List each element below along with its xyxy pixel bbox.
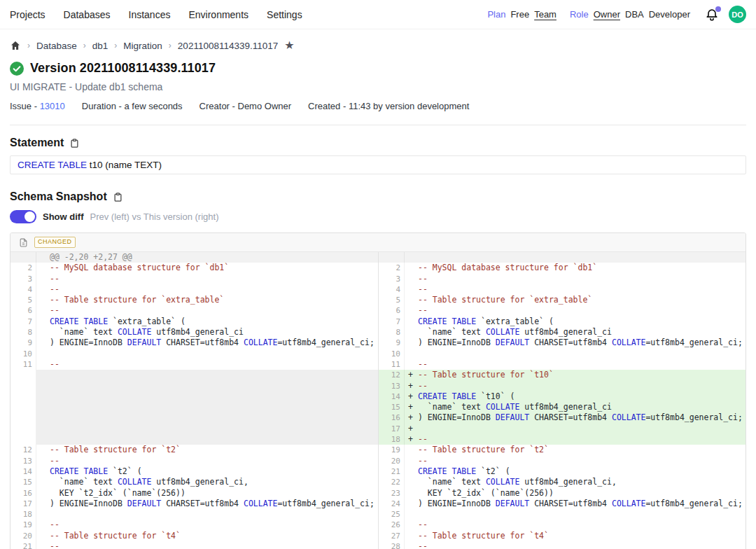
diff-row: 23 KEY `t2_idx` (`name`(256)) — [379, 488, 746, 499]
copy-statement-button[interactable] — [69, 138, 80, 148]
nav-databases[interactable]: Databases — [64, 9, 111, 20]
line-code: + — [405, 424, 746, 434]
line-code — [36, 424, 378, 434]
line-code: -- — [36, 305, 378, 316]
line-number — [10, 381, 36, 391]
line-code: CREATE TABLE `extra_table` ( — [36, 317, 378, 327]
issue-label: Issue - — [10, 101, 37, 111]
diff-hunk-row — [379, 252, 746, 263]
star-icon[interactable]: ★ — [284, 40, 294, 51]
top-nav: Projects Databases Instances Environment… — [0, 0, 756, 29]
line-code: -- Table structure for `t4` — [405, 531, 746, 541]
diff-row: 17) ENGINE=InnoDB DEFAULT CHARSET=utf8mb… — [10, 499, 378, 509]
line-code: -- — [405, 359, 746, 370]
line-number: 11 — [379, 359, 405, 370]
meta-issue: Issue - 13010 — [10, 101, 65, 111]
role-dba[interactable]: DBA — [625, 9, 644, 20]
line-code: KEY `t2_idx` (`name`(256)) — [36, 488, 378, 499]
diff-row: 4-- — [379, 284, 746, 295]
show-diff-hint: Prev (left) vs This version (right) — [90, 211, 219, 222]
line-code: KEY `t2_idx` (`name`(256)) — [405, 488, 746, 499]
statement-section-header: Statement — [10, 137, 746, 149]
show-diff-toggle[interactable] — [10, 210, 36, 223]
diff-row: 16 KEY `t2_idx` (`name`(256)) — [10, 488, 378, 499]
avatar[interactable]: DO — [729, 6, 746, 23]
diff-gap-row — [10, 412, 378, 423]
line-number: 21 — [379, 466, 405, 477]
diff-row: 18 — [10, 509, 378, 520]
diff-body: @@ -2,20 +2,27 @@2-- MySQL database stru… — [10, 252, 746, 549]
line-code: CREATE TABLE `t2` ( — [405, 466, 746, 477]
notification-bell-button[interactable] — [705, 7, 720, 22]
plan-free[interactable]: Free — [510, 9, 529, 20]
nav-settings[interactable]: Settings — [267, 9, 302, 20]
line-code: +-- Table structure for `t10` — [405, 370, 746, 380]
line-number: 10 — [10, 349, 36, 359]
nav-instances[interactable]: Instances — [129, 9, 171, 20]
breadcrumb: › Database › db1 › Migration › 202110081… — [10, 29, 746, 51]
diff-row: 21-- — [10, 541, 378, 549]
line-code — [36, 434, 378, 445]
line-number: 24 — [379, 499, 405, 509]
line-number: 4 — [10, 284, 36, 295]
migration-meta: Issue - 13010 Duration - a few seconds C… — [10, 101, 746, 111]
diff-gap-row — [10, 424, 378, 434]
line-number: 3 — [379, 274, 405, 284]
line-number: 20 — [10, 531, 36, 541]
line-number: 14 — [10, 466, 36, 477]
line-code: -- — [36, 520, 378, 530]
role-developer[interactable]: Developer — [649, 9, 690, 20]
line-number — [10, 391, 36, 402]
line-number — [10, 370, 36, 380]
line-number: 15 — [379, 402, 405, 412]
line-number — [379, 252, 405, 263]
clipboard-icon — [69, 138, 80, 148]
meta-duration: Duration - a few seconds — [82, 101, 183, 111]
diff-row: 19-- Table structure for `t2` — [379, 445, 746, 455]
line-number: 13 — [379, 381, 405, 391]
plan-team[interactable]: Team — [534, 9, 556, 20]
line-number: 20 — [379, 456, 405, 466]
breadcrumb-separator: › — [27, 41, 30, 50]
diff-gap-row — [10, 434, 378, 445]
home-icon[interactable] — [10, 40, 21, 51]
line-code — [36, 370, 378, 380]
breadcrumb-version[interactable]: 20211008114339.11017 — [178, 41, 278, 51]
line-code — [36, 391, 378, 402]
line-number: 18 — [10, 509, 36, 520]
line-code: +) ENGINE=InnoDB DEFAULT CHARSET=utf8mb4… — [405, 412, 746, 423]
diff-row: 16+) ENGINE=InnoDB DEFAULT CHARSET=utf8m… — [379, 412, 746, 423]
diff-row: 14+CREATE TABLE `t10` ( — [379, 391, 746, 402]
issue-link[interactable]: 13010 — [40, 101, 65, 111]
clipboard-icon — [113, 192, 123, 202]
diff-row: 6-- — [379, 305, 746, 316]
main-nav: Projects Databases Instances Environment… — [10, 9, 302, 20]
line-code: CREATE TABLE `extra_table` ( — [405, 317, 746, 327]
line-code: -- — [405, 541, 746, 549]
line-code — [36, 349, 378, 359]
breadcrumb-migration[interactable]: Migration — [123, 41, 162, 51]
line-number: 8 — [379, 327, 405, 338]
nav-projects[interactable]: Projects — [10, 9, 46, 20]
diff-row: 2-- MySQL database structure for `db1` — [10, 263, 378, 273]
line-number: 5 — [10, 295, 36, 305]
line-number — [10, 402, 36, 412]
role-label: Role — [570, 9, 589, 20]
role-owner[interactable]: Owner — [594, 9, 620, 20]
diff-pane-current: 2-- MySQL database structure for `db1`3-… — [378, 252, 746, 549]
line-code: `name` text COLLATE utf8mb4_general_ci, — [36, 477, 378, 487]
line-number: 18 — [379, 434, 405, 445]
snapshot-section-header: Schema Snapshot — [10, 190, 746, 203]
diff-hunk-row: @@ -2,20 +2,27 @@ — [10, 252, 378, 263]
line-code: -- Table structure for `t4` — [36, 531, 378, 541]
meta-created: Created - 11:43 by version development — [308, 101, 469, 111]
line-number: 12 — [379, 370, 405, 380]
breadcrumb-db1[interactable]: db1 — [92, 41, 108, 51]
line-code: -- — [36, 274, 378, 284]
nav-environments[interactable]: Environments — [188, 9, 248, 20]
diff-row: 9) ENGINE=InnoDB DEFAULT CHARSET=utf8mb4… — [379, 338, 746, 348]
diff-row: 11-- — [379, 359, 746, 370]
diff-gap-row — [10, 370, 378, 380]
copy-snapshot-button[interactable] — [113, 192, 123, 202]
breadcrumb-database[interactable]: Database — [36, 41, 77, 51]
